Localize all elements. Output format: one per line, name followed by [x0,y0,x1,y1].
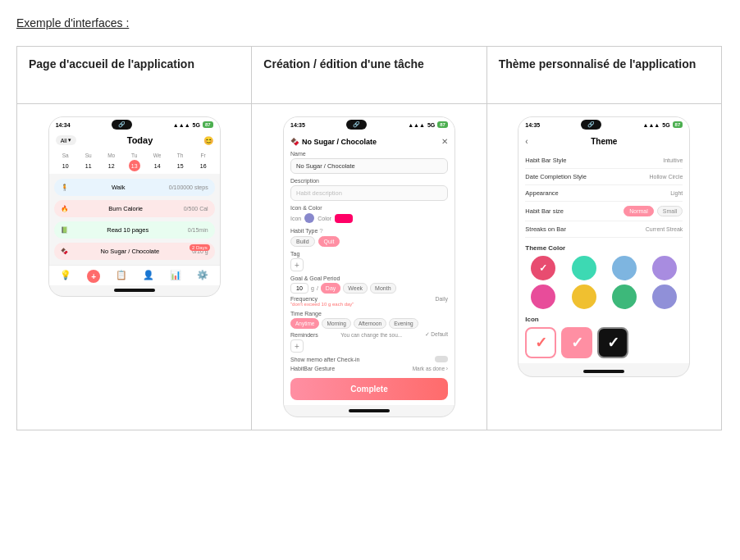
phone1-time: 14:34 [56,122,71,128]
period-week-button[interactable]: Week [343,283,368,294]
day-num[interactable]: 10 [60,160,71,171]
note-icon[interactable]: 📋 [116,270,127,283]
period-day-button[interactable]: Day [321,283,340,294]
panel-home: Page d'accueil de l'application 14:34 🔗 … [17,47,252,430]
chart-icon[interactable]: 📊 [170,270,181,283]
memo-toggle[interactable] [435,356,448,362]
panel2-content: 14:35 🔗 ▲▲▲ 5G 87 🍫 No Suga [252,104,486,430]
goal-label: Goal & Goal Period [290,275,448,281]
color-option-8[interactable] [652,285,677,309]
day-num[interactable]: 12 [106,160,117,171]
color-option-2[interactable] [572,256,596,280]
color-option-3[interactable] [612,256,637,280]
color-option-7[interactable] [612,285,637,309]
time-evening-button[interactable]: Evening [389,318,418,329]
icon-color-dot[interactable] [304,213,314,223]
period-month-button[interactable]: Month [370,283,395,294]
day-num-today[interactable]: 13 [129,160,140,171]
task-emoji: 🍫 [290,138,299,146]
habit-type-row: Build Quit [290,236,448,247]
phone2-battery: 87 [437,121,448,128]
size-small-button[interactable]: Small [657,206,683,216]
phone2-status-pill: 🔗 [346,120,367,130]
type-quit-button[interactable]: Quit [318,236,340,247]
close-button[interactable]: ✕ [441,137,448,146]
freq-value: Daily [435,296,448,302]
theme-bottom-bar [583,370,624,373]
phone3-battery: 87 [673,121,683,128]
habit-burn[interactable]: 🔥 Burn Calorie 0/500 Cal [54,200,215,217]
icon-section-label: Icon [525,316,683,323]
color-option-4[interactable] [652,256,677,280]
theme-setting-appearance: Appearance Light [525,185,683,202]
name-input[interactable]: No Sugar / Chocolate [290,158,448,174]
back-arrow-button[interactable]: ‹ [525,137,528,146]
color-option-6[interactable] [572,285,596,309]
setting-label: Streaks on Bar [525,225,566,233]
cal-day-th: Th 15 [175,153,186,171]
habit-progress: 0/15min [188,227,208,233]
theme-setting-habitbarstyle: Habit Bar Style Intuitive [525,153,683,169]
task-habit-name: No Sugar / Chocolate [302,138,377,146]
icon-option-dark[interactable]: ✓ [597,327,628,358]
habit-name: Read 10 pages [107,226,148,234]
day-num[interactable]: 14 [152,160,163,171]
tag-label: Tag [290,251,448,257]
page-title: Exemple d'interfaces : [16,16,724,30]
color-swatch[interactable] [335,214,353,223]
complete-button[interactable]: Complete [290,378,448,400]
icon-option-filled[interactable]: ✓ [561,327,592,358]
phone3-time: 14:35 [525,122,540,128]
reminders-label: Reminders [290,332,318,338]
tag-add-button[interactable]: + [290,258,304,271]
icon-option-outline[interactable]: ✓ [525,327,556,358]
phone2-status-bar: 14:35 🔗 ▲▲▲ 5G 87 [284,117,455,132]
cal-day-fr: Fr 16 [198,153,209,171]
desc-label: Description [290,178,448,184]
icon-color-row: Icon Color [290,213,448,223]
task-bottom-bar [349,409,390,412]
desc-input[interactable]: Habit description [290,185,448,201]
habit-emoji: 🍫 [61,248,68,255]
add-habit-button[interactable]: + [87,270,100,283]
phone2-icon: 🔗 [353,121,360,128]
phone3-icon: 🔗 [587,121,595,128]
habit-progress: 0/100000 steps [169,184,208,190]
size-normal-button[interactable]: Normal [624,206,654,216]
theme-color-section: Theme Color ✓ [525,244,683,309]
day-num[interactable]: 16 [198,160,209,171]
phone1-status-right: ▲▲▲ 5G 87 [173,121,213,128]
reminder-add-button[interactable]: + [290,339,304,353]
settings-icon[interactable]: ⚙️ [197,270,208,283]
type-build-button[interactable]: Build [290,236,315,247]
check-mark-icon: ✓ [607,334,619,352]
time-afternoon-button[interactable]: Afternoon [354,318,386,329]
day-num[interactable]: 11 [83,160,94,171]
color-option-5[interactable] [531,285,555,309]
home-bottom-bar [114,289,155,292]
icon-grid: ✓ ✓ ✓ [525,327,683,358]
memo-row: Show memo after Check-in [290,356,448,362]
phone3-status-bar: 14:35 🔗 ▲▲▲ 5G 87 [518,117,689,132]
filter-button[interactable]: All ▾ [56,135,77,145]
task-title-header: 🍫 No Sugar / Chocolate [290,138,377,146]
setting-value: Current Streak [646,226,683,232]
icon-section: Icon ✓ ✓ ✓ [525,316,683,358]
time-anytime-button[interactable]: Anytime [290,318,319,329]
profile-icon[interactable]: 👤 [143,270,154,283]
tip-icon[interactable]: 💡 [60,270,71,283]
time-morning-button[interactable]: Morning [322,318,350,329]
day-label: We [153,153,162,158]
setting-value: Hollow Circle [649,174,683,180]
panel-task-edit: Création / édition d'une tâche 14:35 🔗 ▲… [252,47,486,430]
habit-sugar[interactable]: 2 Days 🍫 No Sugar / Chocolate 0/10 g [54,243,215,260]
goal-value-input[interactable] [290,283,308,294]
greeting-emoji: 😊 [203,136,213,145]
habit-type-label: Habit Type ? [290,227,448,234]
color-option-1[interactable]: ✓ [531,256,555,280]
habit-walk[interactable]: 🧍 Walk 0/100000 steps [54,179,215,196]
habit-read[interactable]: 📗 Read 10 pages 0/15min [54,221,215,239]
day-num[interactable]: 15 [175,160,186,171]
page-title-section: Exemple d'interfaces : [16,16,724,30]
name-label: Name [290,151,448,157]
